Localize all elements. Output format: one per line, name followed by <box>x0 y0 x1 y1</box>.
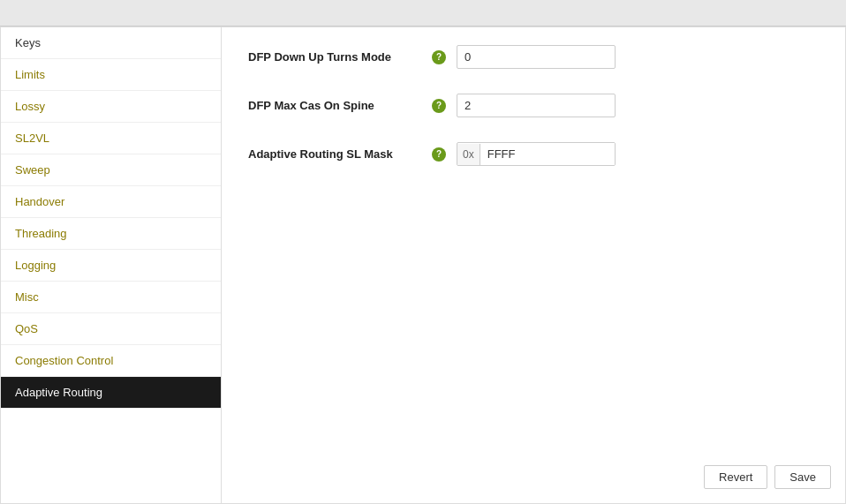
sidebar-item-qos[interactable]: QoS <box>1 313 221 345</box>
save-button[interactable]: Save <box>774 465 831 489</box>
revert-button[interactable]: Revert <box>704 465 767 489</box>
help-icon-0[interactable]: ? <box>432 50 446 64</box>
field-label-0: DFP Down Up Turns Mode <box>248 50 425 64</box>
main-container: KeysLimitsLossySL2VLSweepHandoverThreadi… <box>0 26 846 504</box>
field-label-1: DFP Max Cas On Spine <box>248 99 425 112</box>
sidebar-item-limits[interactable]: Limits <box>1 59 221 91</box>
sidebar-item-misc[interactable]: Misc <box>1 282 221 313</box>
form-row-1: DFP Max Cas On Spine? <box>248 94 819 117</box>
sidebar-item-threading[interactable]: Threading <box>1 218 221 250</box>
sidebar: KeysLimitsLossySL2VLSweepHandoverThreadi… <box>1 27 222 503</box>
form-row-0: DFP Down Up Turns Mode? <box>248 45 819 69</box>
sidebar-item-sl2vl[interactable]: SL2VL <box>1 123 221 154</box>
sidebar-item-handover[interactable]: Handover <box>1 186 221 218</box>
sidebar-item-adaptive-routing[interactable]: Adaptive Routing <box>1 377 221 409</box>
form-row-2: Adaptive Routing SL Mask?0x <box>248 142 819 166</box>
content-area: DFP Down Up Turns Mode?DFP Max Cas On Sp… <box>222 27 845 503</box>
sidebar-item-logging[interactable]: Logging <box>1 250 221 282</box>
sidebar-item-keys[interactable]: Keys <box>1 27 221 59</box>
field-input-1[interactable] <box>457 94 616 117</box>
input-wrapper-2: 0x <box>457 142 616 166</box>
field-input-2[interactable] <box>480 143 616 165</box>
help-icon-2[interactable]: ? <box>432 147 446 162</box>
sidebar-item-congestion-control[interactable]: Congestion Control <box>1 345 221 377</box>
footer-buttons: Revert Save <box>704 465 831 489</box>
input-prefix-2: 0x <box>457 144 480 165</box>
field-input-0[interactable] <box>457 45 616 69</box>
help-icon-1[interactable]: ? <box>432 99 446 113</box>
sidebar-item-sweep[interactable]: Sweep <box>1 154 221 186</box>
field-label-2: Adaptive Routing SL Mask <box>248 147 425 161</box>
top-bar <box>0 0 846 26</box>
sidebar-item-lossy[interactable]: Lossy <box>1 91 221 123</box>
